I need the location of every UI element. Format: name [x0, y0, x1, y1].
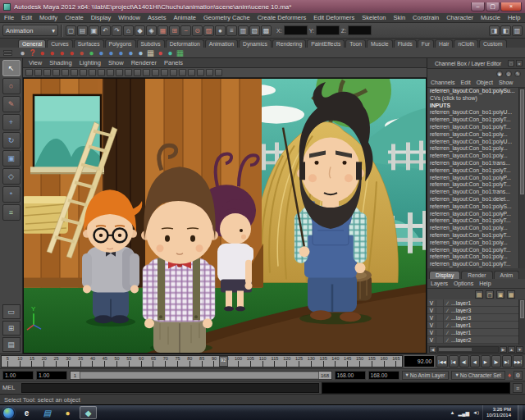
fence-upper-right[interactable] [388, 141, 426, 171]
new-layer-icon[interactable]: ▣ [496, 290, 504, 299]
play-backwards-button[interactable]: ◀ [470, 355, 480, 368]
shelf-tab[interactable]: Deformation [166, 39, 204, 48]
range-end-handle[interactable]: 168 [318, 372, 331, 379]
viewport-bar-icon[interactable] [25, 69, 33, 76]
shelf-tab[interactable]: PaintEffects [307, 39, 345, 48]
redo-icon[interactable]: ↷ [112, 25, 122, 36]
menu-item[interactable]: Modify [39, 14, 57, 21]
layer-type-box[interactable] [436, 322, 444, 328]
step-back-key-button[interactable]: ◀| [459, 355, 469, 368]
menu-item[interactable]: Constrain [413, 14, 439, 21]
layer-editor-tab[interactable]: Render [461, 271, 492, 279]
close-button[interactable]: × [500, 2, 522, 11]
shelf-item-icon[interactable]: ● [126, 48, 135, 57]
shelf-item-icon[interactable]: ● [87, 48, 96, 57]
snap-curve-icon[interactable]: ~ [180, 25, 191, 36]
channel-manip-icon[interactable]: ◉ [496, 71, 503, 77]
panel-menu-item[interactable]: Show [108, 59, 124, 66]
layer-row[interactable]: V ∕ ...layer2 [427, 336, 518, 344]
anim-layer-dropdown[interactable]: ▾ No Anim Layer [402, 371, 450, 380]
viewport-bar-icon[interactable] [152, 69, 159, 76]
shelf-tab[interactable]: Rendering [272, 39, 306, 48]
shelf-item-icon[interactable]: ● [97, 48, 106, 57]
shelf-item-icon[interactable]: ● [156, 48, 165, 57]
layer-visibility-toggle[interactable]: V [427, 300, 436, 306]
layer-menu-item[interactable]: Options [454, 281, 473, 286]
menu-item[interactable]: Create Deformers [258, 14, 307, 21]
layer-visibility-toggle[interactable]: V [427, 315, 436, 321]
viewport-3d-scene[interactable]: Y [23, 78, 427, 354]
current-time-field[interactable]: 92.00 [404, 355, 435, 368]
y-input[interactable] [316, 25, 340, 35]
shelf-tab[interactable]: General [18, 39, 46, 48]
split-pane-layout-button[interactable]: ▤ [2, 337, 21, 352]
ie-taskbar-icon[interactable]: e [18, 406, 35, 419]
viewport-bar-icon[interactable] [34, 69, 42, 76]
ipr-render-icon[interactable]: ▧ [249, 25, 260, 36]
network-icon[interactable]: ▂▄▆ [459, 410, 469, 416]
range-start-handle[interactable]: 1 [71, 372, 80, 379]
undo-icon[interactable]: ↶ [100, 25, 111, 36]
playback-start-field[interactable]: 1.00 [36, 371, 67, 380]
animation-end-field[interactable]: 168.00 [368, 371, 399, 380]
channel-row[interactable]: referren_layout:Con_bo1:poly... [427, 240, 518, 247]
channel-row[interactable]: referren_layout:Con_bo1:polyT... [427, 181, 518, 189]
layer-menu-item[interactable]: Help [479, 281, 491, 286]
layer-type-box[interactable] [436, 307, 444, 313]
viewport-bar-icon[interactable] [43, 69, 51, 76]
empty-layer-icon[interactable]: ▢ [486, 290, 494, 299]
play-forwards-button[interactable]: ▶ [481, 355, 491, 368]
channel-row[interactable]: referren_layout:Con_bo1:delet... [427, 196, 518, 203]
viewport-bar-icon[interactable] [161, 69, 168, 76]
render-settings-icon[interactable]: ▩ [261, 25, 272, 36]
make-live-icon[interactable]: ● [215, 25, 226, 36]
shelf-tab[interactable]: Curves [47, 39, 73, 48]
select-mask-icon[interactable]: ▦ [158, 25, 168, 36]
shelf-item-icon[interactable]: ● [136, 48, 145, 57]
shelf-item-icon[interactable]: ▦ [176, 48, 185, 57]
select-tool[interactable]: ↖ [2, 60, 21, 76]
channel-row[interactable]: referren_layout:Con_bo1:trans... [427, 160, 518, 167]
viewport-bar-icon[interactable] [206, 69, 213, 76]
snap-point-icon[interactable]: ⊙ [192, 25, 203, 36]
scroll-up-icon[interactable]: ▲ [508, 346, 515, 353]
script-editor-icon[interactable]: ≡ [513, 383, 523, 393]
sidebar-attribute-editor-icon[interactable]: ◨ [489, 25, 500, 36]
shelf-tab[interactable]: Polygons [105, 39, 136, 48]
viewport-bar-icon[interactable] [52, 69, 60, 76]
viewport-bar-icon[interactable] [134, 69, 141, 76]
step-forward-frame-button[interactable]: ▶| [502, 355, 512, 368]
channel-row[interactable]: referren_layout:Con_bo1:polyU... [427, 139, 518, 146]
viewport-bar-icon[interactable] [98, 69, 105, 76]
render-frame-icon[interactable]: ▥ [238, 25, 249, 36]
timeline-ruler[interactable]: 5101520253035404550556065707580859095100… [1, 355, 403, 368]
select-object-icon[interactable]: ◆ [135, 25, 145, 36]
single-pane-layout-button[interactable]: ▭ [2, 304, 21, 319]
show-manipulator-tool[interactable]: ≡ [2, 204, 21, 221]
shelf-tab[interactable]: nCloth [454, 39, 478, 48]
layer-row[interactable]: V ∕ ...layer3 [427, 314, 518, 322]
layer-row[interactable]: V ∕ ...layer1 [427, 322, 518, 329]
viewport-bar-icon[interactable] [125, 69, 132, 76]
layer-scrollbar[interactable] [518, 299, 525, 345]
shelf-tab[interactable]: Subdivs [137, 39, 165, 48]
menu-item[interactable]: Muscle [481, 14, 500, 21]
menu-item[interactable]: File [4, 14, 14, 21]
shelf-item-icon[interactable]: ● [116, 48, 126, 57]
viewport-bar-icon[interactable] [80, 69, 87, 76]
panel-menu-item[interactable]: Renderer [131, 59, 157, 66]
move-tool[interactable]: + [2, 114, 21, 130]
scroll-left-icon[interactable]: ◀ [429, 346, 436, 353]
universal-manipulator-tool[interactable]: ◇ [2, 168, 21, 185]
channel-row[interactable]: referren_layout:Con_bo1:poly... [427, 253, 518, 261]
layer-name[interactable]: ...layer3 [451, 315, 518, 321]
menu-item[interactable]: Edit Deformers [313, 14, 354, 21]
construction-history-icon[interactable]: ≡ [226, 25, 237, 36]
viewport-bar-icon[interactable] [62, 69, 69, 76]
step-back-frame-button[interactable]: |◀ [449, 355, 459, 368]
viewport-bar-icon[interactable] [116, 69, 123, 76]
range-slider-track[interactable]: 1 168 [70, 371, 332, 380]
shelf-tab[interactable]: Custom [479, 39, 506, 48]
mel-input[interactable] [21, 383, 319, 393]
go-to-start-button[interactable]: |◀◀ [436, 355, 447, 368]
